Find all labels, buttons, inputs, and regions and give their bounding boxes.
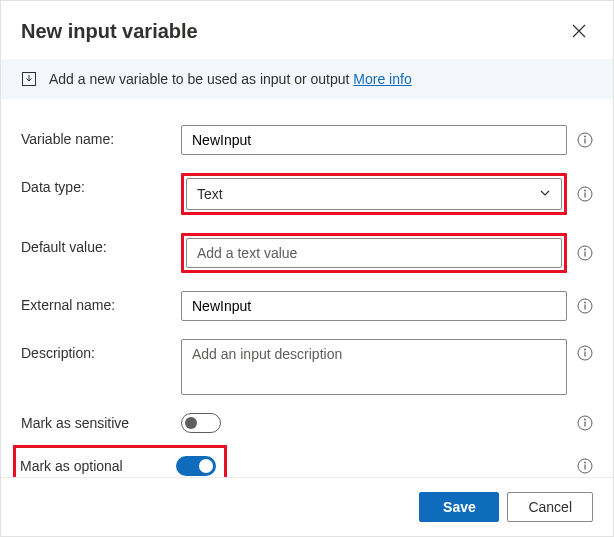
svg-point-14 bbox=[584, 349, 586, 351]
description-label: Description: bbox=[21, 339, 181, 361]
svg-point-2 bbox=[584, 136, 586, 138]
svg-rect-12 bbox=[584, 305, 585, 310]
data-type-select[interactable]: Text bbox=[186, 178, 562, 210]
svg-rect-6 bbox=[584, 193, 585, 198]
default-value-info[interactable] bbox=[577, 245, 593, 261]
description-info[interactable] bbox=[577, 345, 593, 361]
sensitive-label: Mark as sensitive bbox=[21, 415, 181, 431]
svg-rect-18 bbox=[584, 422, 585, 427]
svg-point-11 bbox=[584, 302, 586, 304]
svg-point-17 bbox=[584, 419, 586, 421]
svg-rect-9 bbox=[584, 252, 585, 257]
default-value-input[interactable] bbox=[186, 238, 562, 268]
data-type-info[interactable] bbox=[577, 186, 593, 202]
svg-point-8 bbox=[584, 249, 586, 251]
data-type-value: Text bbox=[197, 186, 223, 202]
external-name-row: External name: bbox=[21, 291, 593, 321]
default-value-label: Default value: bbox=[21, 233, 181, 255]
default-value-highlight bbox=[181, 233, 567, 273]
save-button[interactable]: Save bbox=[419, 492, 499, 522]
description-input[interactable] bbox=[181, 339, 567, 395]
variable-name-row: Variable name: bbox=[21, 125, 593, 155]
sensitive-toggle[interactable] bbox=[181, 413, 221, 433]
optional-info[interactable] bbox=[577, 458, 593, 474]
dialog-title: New input variable bbox=[21, 20, 198, 43]
add-variable-icon bbox=[21, 71, 37, 87]
description-row: Description: bbox=[21, 339, 593, 395]
svg-rect-3 bbox=[584, 139, 585, 144]
default-value-row: Default value: bbox=[21, 233, 593, 273]
close-button[interactable] bbox=[565, 17, 593, 45]
svg-rect-21 bbox=[584, 465, 585, 470]
dialog-footer: Save Cancel bbox=[1, 477, 613, 536]
data-type-label: Data type: bbox=[21, 173, 181, 195]
banner-text: Add a new variable to be used as input o… bbox=[49, 71, 412, 87]
external-name-input[interactable] bbox=[181, 291, 567, 321]
sensitive-info[interactable] bbox=[577, 415, 593, 431]
new-input-variable-dialog: New input variable Add a new variable to… bbox=[0, 0, 614, 537]
variable-name-info[interactable] bbox=[577, 132, 593, 148]
sensitive-row: Mark as sensitive bbox=[21, 413, 593, 433]
dialog-header: New input variable bbox=[1, 1, 613, 59]
banner-text-label: Add a new variable to be used as input o… bbox=[49, 71, 353, 87]
optional-label: Mark as optional bbox=[20, 458, 176, 474]
form: Variable name: Data type: Text Default v… bbox=[1, 99, 613, 487]
external-name-label: External name: bbox=[21, 291, 181, 313]
data-type-row: Data type: Text bbox=[21, 173, 593, 215]
info-banner: Add a new variable to be used as input o… bbox=[1, 59, 613, 99]
more-info-link[interactable]: More info bbox=[353, 71, 411, 87]
variable-name-label: Variable name: bbox=[21, 125, 181, 147]
svg-point-20 bbox=[584, 462, 586, 464]
optional-toggle[interactable] bbox=[176, 456, 216, 476]
close-icon bbox=[572, 24, 586, 38]
svg-rect-15 bbox=[584, 352, 585, 357]
svg-point-5 bbox=[584, 190, 586, 192]
external-name-info[interactable] bbox=[577, 298, 593, 314]
chevron-down-icon bbox=[539, 186, 551, 202]
variable-name-input[interactable] bbox=[181, 125, 567, 155]
data-type-highlight: Text bbox=[181, 173, 567, 215]
cancel-button[interactable]: Cancel bbox=[507, 492, 593, 522]
